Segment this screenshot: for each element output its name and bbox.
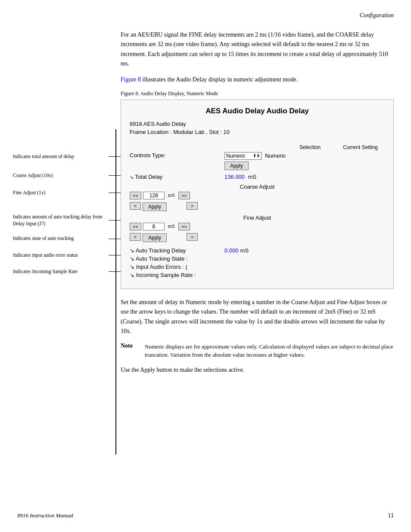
total-delay-row: ↘ Total Delay 136.000 mS xyxy=(130,174,385,180)
device-line1: 8916 AES Audio Delay xyxy=(130,120,385,128)
fine-single-right-button[interactable]: > xyxy=(187,233,198,241)
ann3-line xyxy=(109,193,121,193)
coarse-apply-button[interactable]: Apply xyxy=(143,202,167,211)
fine-adjust-controls: << mS >> < Apply > xyxy=(130,223,385,242)
controls-type-select[interactable]: Numeric ⬆⬇ xyxy=(224,152,262,160)
fine-double-right-button[interactable]: >> xyxy=(178,223,190,230)
figure-ref-link[interactable]: Figure 8 xyxy=(121,76,141,83)
note-text: Numeric displays are for approximate val… xyxy=(145,342,394,359)
controls-type-apply-button[interactable]: Apply xyxy=(224,162,249,170)
device-info: 8916 AES Audio Delay Frame Location : Mo… xyxy=(130,120,385,137)
ann3-text: Fine Adjust (1x) xyxy=(13,190,45,195)
ann2-text: Coarse Adjust (10x) xyxy=(13,173,53,178)
fine-row1: << mS >> xyxy=(130,223,385,230)
figure-box: AES Audio Delay Audio Delay 8916 AES Aud… xyxy=(121,100,394,289)
incoming-sample-rate-label: ↘ Incoming Sample Rate : xyxy=(130,272,224,278)
annotation-fine-adjust: Fine Adjust (1x) xyxy=(13,189,108,196)
device-line2: Frame Location : Modular Lab , Slot : 10 xyxy=(130,128,385,137)
annotations-panel: Indicates total amount of delay Coarse A… xyxy=(13,153,108,275)
coarse-double-left-button[interactable]: << xyxy=(130,192,141,199)
incoming-sample-rate-row: ↘ Incoming Sample Rate : xyxy=(130,272,385,278)
coarse-adjust-label: Coarse Adjust xyxy=(130,184,385,190)
column-headers: Selection Current Setting xyxy=(130,144,378,150)
total-delay-value: 136.000 xyxy=(224,174,245,180)
coarse-adjust-controls: << mS >> < Apply > xyxy=(130,192,385,211)
figure-title: AES Audio Delay Audio Delay xyxy=(130,107,385,115)
body-text-1: Set the amount of delay in Numeric mode … xyxy=(121,298,394,336)
controls-type-row: Controls Type: Numeric ⬆⬇ Numeric Apply xyxy=(130,152,385,170)
selection-header: Selection xyxy=(299,144,321,150)
annotation-audio-error: Indicates input audio error status xyxy=(13,252,108,258)
main-content: For an AES/EBU signal the FINE delay inc… xyxy=(121,30,394,375)
coarse-single-left-button[interactable]: < xyxy=(130,202,141,210)
figure-ref-line: Figure 8 illustrates the Audio Delay dis… xyxy=(121,75,394,84)
vertical-separator xyxy=(115,129,116,454)
fine-adjust-label: Fine Adjust xyxy=(130,215,385,221)
ann7-text: Indicates Incoming Sample Rate xyxy=(13,269,78,274)
annotation-auto-tracking-delay: Indicates amount of auto tracking delay … xyxy=(13,213,108,227)
ann1-text: Indicates total amount of delay xyxy=(13,154,74,159)
fine-double-left-button[interactable]: << xyxy=(130,223,141,230)
auto-tracking-section: ↘ Auto Tracking Delay 0.000 mS ↘ Auto Tr… xyxy=(130,247,385,278)
total-delay-label: ↘ Total Delay xyxy=(130,174,224,180)
fine-row2: < Apply > xyxy=(130,232,385,242)
ann5-line xyxy=(109,239,121,239)
ann7-line xyxy=(109,271,121,272)
figure-ref-text: illustrates the Audio Delay display in n… xyxy=(141,76,298,83)
select-arrow-icon: ⬆⬇ xyxy=(253,153,260,158)
auto-tracking-state-row: ↘ Auto Tracking State : xyxy=(130,255,385,262)
page-footer: 8916 Instruction Manual 11 xyxy=(17,512,394,519)
fine-apply-button[interactable]: Apply xyxy=(143,233,167,242)
note-section: Note Numeric displays are for approximat… xyxy=(121,342,394,359)
figure-caption: Figure 8. Audio Delay Display, Numeric M… xyxy=(121,90,394,97)
controls-type-select-row: Numeric ⬆⬇ Numeric xyxy=(224,152,286,160)
annotation-total-delay: Indicates total amount of delay xyxy=(13,153,108,160)
body-para1: Set the amount of delay in Numeric mode … xyxy=(121,298,394,336)
fine-single-left-button[interactable]: < xyxy=(130,233,141,241)
auto-tracking-state-label: ↘ Auto Tracking State : xyxy=(130,255,224,262)
auto-tracking-delay-unit: mS xyxy=(240,247,249,254)
annotation-coarse-adjust: Coarse Adjust (10x) xyxy=(13,172,108,179)
annotation-sample-rate: Indicates Incoming Sample Rate xyxy=(13,268,108,275)
auto-tracking-delay-row: ↘ Auto Tracking Delay 0.000 mS xyxy=(130,247,385,254)
annotation-auto-tracking-state: Indicates state of auto tracking xyxy=(13,235,108,242)
ann5-text: Indicates state of auto tracking xyxy=(13,236,74,241)
footer-page: 11 xyxy=(388,512,394,519)
coarse-adjust-section: Coarse Adjust << mS >> < Apply > xyxy=(130,184,385,211)
coarse-row1: << mS >> xyxy=(130,192,385,199)
note-label: Note xyxy=(121,342,138,359)
column-header-labels: Selection Current Setting xyxy=(299,144,378,150)
fine-ms-label: mS xyxy=(168,223,175,230)
auto-tracking-delay-value: 0.000 xyxy=(224,247,239,254)
ann4-line xyxy=(109,220,121,221)
controls-type-value-area: Numeric ⬆⬇ Numeric Apply xyxy=(224,152,286,170)
total-delay-unit: mS xyxy=(248,174,257,180)
input-audio-errors-row: ↘ Input Audio Errors : ( xyxy=(130,264,385,270)
footer-manual: 8916 Instruction Manual xyxy=(17,512,73,519)
header-title: Configuration xyxy=(360,12,394,19)
auto-tracking-delay-label: ↘ Auto Tracking Delay xyxy=(130,247,224,254)
coarse-ms-label: mS xyxy=(168,192,175,199)
figure-controls: Selection Current Setting Controls Type:… xyxy=(130,144,385,278)
ann1-line xyxy=(109,156,121,157)
fine-adjust-section: Fine Adjust << mS >> < Apply > xyxy=(130,215,385,242)
total-delay-backtick: ↘ xyxy=(130,174,135,180)
current-setting-header: Current Setting xyxy=(343,144,378,150)
coarse-row2: < Apply > xyxy=(130,201,385,211)
ann6-text: Indicates input audio error status xyxy=(13,252,78,258)
coarse-value-input[interactable] xyxy=(143,192,165,199)
body-para2: Use the Apply button to make the selecti… xyxy=(121,365,394,375)
coarse-double-right-button[interactable]: >> xyxy=(178,192,190,199)
coarse-single-right-button[interactable]: > xyxy=(187,202,198,210)
ann2-line xyxy=(109,175,121,176)
body-text-2: Use the Apply button to make the selecti… xyxy=(121,365,394,375)
controls-type-select-value: Numeric xyxy=(226,153,252,159)
fine-value-input[interactable] xyxy=(143,223,165,230)
intro-paragraph: For an AES/EBU signal the FINE delay inc… xyxy=(121,30,394,69)
input-audio-errors-label: ↘ Input Audio Errors : ( xyxy=(130,264,224,270)
intro-text1: For an AES/EBU signal the FINE delay inc… xyxy=(121,31,388,67)
controls-type-current: Numeric xyxy=(265,152,286,159)
controls-type-label: Controls Type: xyxy=(130,152,224,159)
page-header: Configuration xyxy=(360,12,394,19)
total-delay-value-area: 136.000 mS xyxy=(224,174,256,180)
